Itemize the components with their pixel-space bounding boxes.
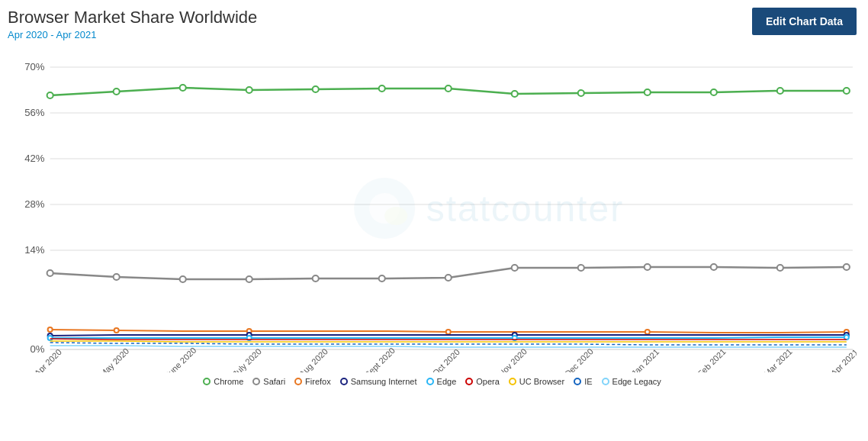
svg-point-30 bbox=[180, 85, 186, 91]
chart-subtitle: Apr 2020 - Apr 2021 bbox=[8, 29, 257, 40]
legend-item-opera: Opera bbox=[465, 377, 500, 386]
legend-item-uc-browser: UC Browser bbox=[509, 377, 564, 386]
svg-text:28%: 28% bbox=[24, 198, 45, 210]
uc-browser-line bbox=[50, 341, 847, 342]
svg-point-45 bbox=[313, 275, 319, 282]
ie-legend-dot bbox=[574, 378, 581, 385]
svg-point-32 bbox=[313, 86, 319, 92]
svg-text:0%: 0% bbox=[31, 343, 45, 355]
svg-point-46 bbox=[379, 275, 385, 282]
legend-item-firefox: Firefox bbox=[294, 377, 331, 386]
page-container: Browser Market Share Worldwide Apr 2020 … bbox=[0, 0, 868, 441]
svg-point-53 bbox=[844, 264, 850, 270]
opera-legend-dot bbox=[465, 378, 473, 385]
svg-point-67 bbox=[844, 335, 849, 340]
svg-point-34 bbox=[445, 85, 452, 92]
svg-text:Dec 2020: Dec 2020 bbox=[563, 346, 595, 372]
legend-item-safari: Safari bbox=[252, 377, 285, 386]
samsung-internet-line bbox=[50, 335, 847, 336]
svg-point-38 bbox=[711, 89, 717, 95]
svg-text:Nov 2020: Nov 2020 bbox=[497, 346, 529, 372]
ie-legend-label: IE bbox=[584, 377, 592, 386]
svg-text:Aug 2020: Aug 2020 bbox=[297, 346, 330, 372]
opera-line bbox=[50, 339, 847, 340]
uc-legend-label: UC Browser bbox=[519, 377, 564, 386]
svg-text:42%: 42% bbox=[24, 153, 45, 164]
edit-chart-data-button[interactable]: Edit Chart Data bbox=[752, 8, 857, 35]
edge-legacy-legend-dot bbox=[602, 378, 609, 385]
safari-legend-dot bbox=[252, 378, 260, 385]
legend-item-samsung-internet: Samsung Internet bbox=[340, 377, 417, 386]
svg-text:July 2020: July 2020 bbox=[231, 346, 263, 372]
svg-point-64 bbox=[48, 336, 53, 340]
edge-line bbox=[50, 337, 847, 338]
svg-point-55 bbox=[114, 328, 119, 333]
safari-legend-label: Safari bbox=[263, 377, 285, 386]
chrome-legend-dot bbox=[203, 378, 211, 385]
edge-legend-label: Edge bbox=[437, 377, 457, 386]
svg-text:70%: 70% bbox=[24, 61, 45, 72]
uc-legend-dot bbox=[509, 378, 516, 385]
title-block: Browser Market Share Worldwide Apr 2020 … bbox=[8, 8, 257, 40]
chrome-legend-label: Chrome bbox=[214, 377, 243, 386]
svg-text:Mar 2021: Mar 2021 bbox=[762, 347, 794, 372]
legend-item-edge-legacy: Edge Legacy bbox=[602, 377, 661, 386]
svg-point-28 bbox=[47, 92, 53, 98]
svg-point-39 bbox=[777, 88, 783, 94]
svg-text:Jan 2021: Jan 2021 bbox=[630, 347, 661, 372]
svg-point-50 bbox=[645, 264, 651, 270]
samsung-legend-dot bbox=[340, 378, 348, 385]
svg-point-36 bbox=[578, 90, 584, 96]
svg-point-58 bbox=[645, 330, 650, 334]
chart-svg: 70% 56% 42% 28% 14% 0% Apr 2020 May 2020… bbox=[8, 44, 857, 372]
legend-item-edge: Edge bbox=[426, 377, 457, 386]
svg-point-51 bbox=[711, 264, 717, 270]
legend-item-chrome: Chrome bbox=[203, 377, 243, 386]
legend-item-ie: IE bbox=[574, 377, 592, 386]
svg-point-33 bbox=[379, 85, 385, 92]
firefox-legend-label: Firefox bbox=[305, 377, 331, 386]
edge-legacy-legend-label: Edge Legacy bbox=[612, 377, 661, 386]
svg-point-44 bbox=[246, 276, 252, 282]
edge-legend-dot bbox=[426, 378, 434, 385]
svg-point-48 bbox=[512, 265, 518, 271]
edge-legacy-line bbox=[50, 346, 847, 347]
svg-text:14%: 14% bbox=[24, 244, 45, 256]
svg-point-42 bbox=[114, 274, 120, 280]
svg-text:56%: 56% bbox=[24, 107, 45, 118]
svg-point-57 bbox=[446, 330, 451, 334]
chart-legend: Chrome Safari Firefox Samsung Internet E… bbox=[8, 377, 857, 386]
chart-title: Browser Market Share Worldwide bbox=[8, 8, 257, 27]
svg-point-41 bbox=[47, 270, 53, 276]
svg-point-49 bbox=[578, 265, 584, 271]
samsung-legend-label: Samsung Internet bbox=[351, 377, 417, 386]
svg-text:Apr 2021: Apr 2021 bbox=[829, 347, 857, 372]
ie-line bbox=[50, 343, 847, 345]
svg-point-31 bbox=[246, 87, 252, 93]
chart-area: statcounter 70% 56% 42% 28% 14% 0% Apr 2… bbox=[8, 44, 857, 372]
svg-point-54 bbox=[48, 327, 53, 332]
svg-point-37 bbox=[645, 89, 651, 95]
svg-point-29 bbox=[114, 89, 120, 95]
svg-text:Feb 2021: Feb 2021 bbox=[696, 347, 728, 372]
svg-point-52 bbox=[777, 265, 783, 271]
svg-text:May 2020: May 2020 bbox=[98, 346, 130, 372]
svg-point-35 bbox=[512, 91, 518, 97]
firefox-legend-dot bbox=[294, 378, 302, 385]
svg-text:Oct 2020: Oct 2020 bbox=[431, 347, 461, 372]
svg-point-47 bbox=[445, 275, 452, 281]
opera-legend-label: Opera bbox=[476, 377, 500, 386]
svg-point-40 bbox=[844, 88, 850, 94]
chart-header: Browser Market Share Worldwide Apr 2020 … bbox=[8, 8, 857, 40]
svg-point-43 bbox=[180, 276, 186, 282]
